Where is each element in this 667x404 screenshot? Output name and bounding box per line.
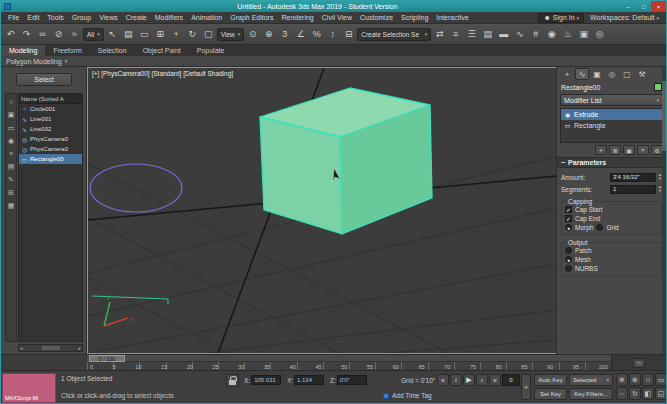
- viewport-canvas[interactable]: x y: [88, 68, 557, 353]
- display-tab-icon[interactable]: ▢: [620, 68, 634, 80]
- scene-list-scrollbar[interactable]: ◂ ▸: [18, 344, 83, 352]
- curve-editor-icon[interactable]: ∿: [512, 26, 527, 42]
- motion-tab-icon[interactable]: ◎: [605, 68, 619, 80]
- render-setup-icon[interactable]: ♨: [560, 26, 575, 42]
- zoom-extents-icon[interactable]: ⌂: [642, 373, 654, 386]
- select-by-name-icon[interactable]: ▤: [121, 26, 136, 42]
- nurbs-radio[interactable]: [565, 265, 572, 272]
- app-icon[interactable]: [4, 3, 11, 10]
- settings-icon[interactable]: ⊞: [7, 188, 16, 197]
- remove-modifier-icon[interactable]: ×: [637, 145, 649, 155]
- select-object-icon[interactable]: ↖: [105, 26, 120, 42]
- command-panel-scrollbar[interactable]: [662, 67, 666, 354]
- scene-object-row[interactable]: ◎ PhysCamera0: [19, 144, 82, 154]
- minimize-button[interactable]: –: [621, 1, 636, 12]
- make-unique-icon[interactable]: ▣: [623, 145, 635, 155]
- field-of-view-icon[interactable]: ◧: [642, 387, 654, 400]
- edit-icon[interactable]: ✎: [7, 175, 16, 184]
- maximize-viewport-icon[interactable]: ◱: [655, 387, 667, 400]
- filter-icon[interactable]: ≡: [7, 149, 16, 158]
- menu-item[interactable]: Civil View: [318, 14, 356, 21]
- bind-to-space-warp-icon[interactable]: ≈: [67, 26, 82, 42]
- reference-coordinate-dropdown[interactable]: View ▾: [217, 28, 245, 41]
- z-coordinate-field[interactable]: 0'0": [337, 375, 367, 385]
- viewport-label[interactable]: [+] [PhysCamera00] [Standard] [Default S…: [92, 70, 233, 77]
- add-time-tag-button[interactable]: Add Time Tag: [383, 392, 432, 399]
- material-editor-icon[interactable]: ◉: [544, 26, 559, 42]
- scroll-left-icon[interactable]: ◂: [20, 345, 23, 351]
- list-view-icon[interactable]: ▦: [7, 201, 16, 210]
- angle-snap-icon[interactable]: ∠: [293, 26, 308, 42]
- hide-toggle-icon[interactable]: ▭: [7, 123, 16, 132]
- select-and-scale-icon[interactable]: ▢: [201, 26, 216, 42]
- mirror-icon[interactable]: ⇄: [432, 26, 447, 42]
- object-color-swatch[interactable]: [654, 83, 662, 91]
- ribbon-tab[interactable]: Populate: [189, 45, 233, 56]
- named-selection-sets-icon[interactable]: ⊟: [341, 26, 356, 42]
- workspaces-dropdown[interactable]: Workspaces: Default ▾: [590, 14, 659, 21]
- render-production-icon[interactable]: ◎: [592, 26, 607, 42]
- zoom-region-icon[interactable]: ▭: [655, 373, 667, 386]
- mesh-radio[interactable]: ●: [565, 256, 572, 263]
- time-configuration-button[interactable]: ▭: [633, 358, 645, 368]
- scene-object-row[interactable]: ▭ Rectangle00: [19, 154, 82, 164]
- hierarchy-tab-icon[interactable]: ▣: [590, 68, 604, 80]
- play-icon[interactable]: ▶: [463, 374, 475, 386]
- title-bar[interactable]: Untitled - Autodesk 3ds Max 2019 - Stude…: [1, 1, 666, 12]
- scene-object-row[interactable]: ∿ Line002: [19, 124, 82, 134]
- selection-lock-toggle[interactable]: [226, 374, 239, 387]
- menu-item[interactable]: Customize: [356, 14, 397, 21]
- time-slider-handle[interactable]: 0 / 100: [89, 355, 125, 362]
- modifier-visibility-icon[interactable]: ◉: [564, 111, 571, 118]
- menu-item[interactable]: Modifiers: [151, 14, 187, 21]
- maxscript-mini-listener[interactable]: MAXScript Mi: [2, 373, 56, 403]
- modifier-visibility-icon[interactable]: ▭: [564, 122, 571, 129]
- go-to-start-icon[interactable]: «: [437, 374, 449, 386]
- grid-radio[interactable]: [596, 224, 603, 231]
- redo-icon[interactable]: ↷: [19, 26, 34, 42]
- menu-item[interactable]: Edit: [23, 14, 43, 21]
- key-filters-button[interactable]: Key Filters...: [569, 388, 613, 400]
- previous-frame-icon[interactable]: ‹: [450, 374, 462, 386]
- morph-radio[interactable]: ●: [565, 224, 572, 231]
- modifier-stack-row[interactable]: ◉ Extrude: [561, 109, 662, 120]
- select-and-link-icon[interactable]: ∞: [35, 26, 50, 42]
- perspective-viewport[interactable]: [+] [PhysCamera00] [Standard] [Default S…: [87, 67, 558, 354]
- object-name-field[interactable]: Rectangle00: [561, 84, 600, 91]
- ribbon-tab[interactable]: Freeform: [45, 45, 89, 56]
- select-and-manipulate-icon[interactable]: ⊕: [261, 26, 276, 42]
- select-all-icon[interactable]: ▣: [7, 110, 16, 119]
- window-crossing-icon[interactable]: ⊞: [153, 26, 168, 42]
- selection-filter-dropdown[interactable]: All ▾: [83, 28, 104, 41]
- go-to-end-icon[interactable]: »: [489, 374, 501, 386]
- modify-tab-icon[interactable]: ∿: [575, 68, 589, 80]
- close-button[interactable]: ×: [651, 1, 666, 12]
- select-dropdown-button[interactable]: Select: [16, 73, 72, 86]
- snap-toggle-icon[interactable]: 3: [277, 26, 292, 42]
- menu-item[interactable]: Graph Editors: [226, 14, 277, 21]
- patch-radio[interactable]: [565, 247, 572, 254]
- cap-start-checkbox[interactable]: ✓: [565, 206, 572, 213]
- select-and-move-icon[interactable]: +: [169, 26, 184, 42]
- pin-stack-icon[interactable]: ⌖: [595, 145, 607, 155]
- maximize-button[interactable]: □: [636, 1, 651, 12]
- auto-key-button[interactable]: Auto Key: [534, 374, 567, 386]
- rendered-frame-icon[interactable]: ▣: [576, 26, 591, 42]
- sign-in-button[interactable]: ☻ Sign In ▾: [538, 13, 584, 23]
- scrollbar-thumb[interactable]: [42, 346, 60, 350]
- time-slider-track[interactable]: 0 / 100: [87, 355, 611, 362]
- circle-shape-object[interactable]: [90, 164, 182, 212]
- scene-object-row[interactable]: ∿ Line001: [19, 114, 82, 124]
- select-and-rotate-icon[interactable]: ↻: [185, 26, 200, 42]
- display-mode-icon[interactable]: ▤: [7, 162, 16, 171]
- orbit-icon[interactable]: ↻: [629, 387, 641, 400]
- align-icon[interactable]: ≡: [448, 26, 463, 42]
- unlink-selection-icon[interactable]: ⊘: [51, 26, 66, 42]
- percent-snap-icon[interactable]: %: [309, 26, 324, 42]
- parameters-rollout-header[interactable]: − Parameters: [557, 157, 666, 168]
- menu-item[interactable]: File: [4, 14, 23, 21]
- zoom-all-icon[interactable]: ⊛: [629, 373, 641, 386]
- menu-item[interactable]: Rendering: [277, 14, 317, 21]
- modifier-list-dropdown[interactable]: Modifier List ▾: [560, 94, 663, 106]
- scene-object-row[interactable]: ○ Circle001: [19, 104, 82, 114]
